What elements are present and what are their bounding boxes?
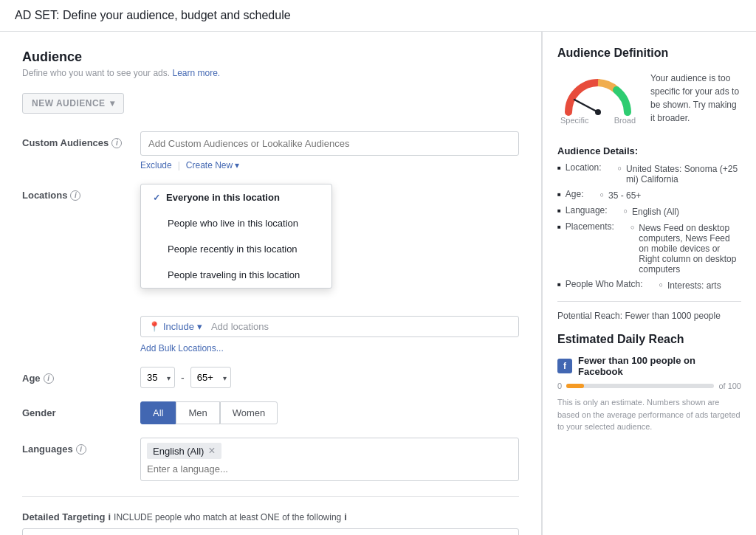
custom-audiences-info-icon[interactable]: i — [111, 138, 122, 148]
age-max-wrapper: 1821253035404550556065+ — [190, 367, 231, 388]
age-field: 1821253035404550556065 - 182125303540455… — [140, 367, 519, 388]
reach-bar-zero: 0 — [557, 382, 562, 390]
language-input-wrapper: English (All) × — [140, 438, 519, 481]
include-row: 📍 Include ▾ Add locations — [140, 316, 519, 337]
audience-details-list: Location: United States: Sonoma (+25 mi)… — [557, 162, 741, 292]
gauge-svg — [557, 72, 639, 120]
age-label: Age i — [22, 367, 140, 384]
right-panel: Audience Definition Speci — [542, 32, 756, 535]
exclude-link[interactable]: Exclude — [140, 160, 172, 170]
reach-note: This is only an estimate. Numbers shown … — [557, 396, 741, 433]
language-search-input[interactable] — [147, 462, 512, 476]
reach-bar-row: f Fewer than 100 people on Facebook — [557, 355, 741, 377]
header-title: Define your audience, budget and schedul… — [63, 9, 291, 21]
age-min-select[interactable]: 1821253035404550556065 — [140, 367, 175, 388]
reach-bar-background — [566, 384, 714, 388]
languages-info-icon[interactable]: i — [76, 444, 86, 455]
potential-reach: Potential Reach: Fewer than 1000 people — [557, 301, 741, 321]
gender-field: All Men Women — [140, 401, 519, 424]
header-prefix: AD SET: — [15, 9, 59, 21]
bulk-locations-link[interactable]: Add Bulk Locations... — [140, 343, 519, 353]
reach-label: Fewer than 100 people on Facebook — [578, 355, 741, 377]
dropdown-item-recently[interactable]: People recently in this location — [141, 236, 331, 262]
locations-row: Locations i Everyone in this location Pe… — [22, 184, 519, 353]
gender-label: Gender — [22, 401, 140, 418]
reach-bar-100: of 100 — [718, 382, 741, 390]
languages-label: Languages i — [22, 438, 140, 455]
svg-line-0 — [574, 100, 598, 112]
gauge-description: Your audience is too specific for your a… — [650, 72, 741, 125]
languages-row: Languages i English (All) × — [22, 438, 519, 481]
dropdown-item-traveling[interactable]: People traveling in this location — [141, 262, 331, 288]
audience-definition-title: Audience Definition — [557, 46, 741, 60]
gender-row: Gender All Men Women — [22, 401, 519, 424]
age-dash: - — [181, 372, 185, 384]
language-tag-english: English (All) × — [147, 443, 221, 459]
age-row: Age i 1821253035404550556065 - 182125303… — [22, 367, 519, 388]
detailed-targeting-title: Detailed Targeting i INCLUDE people who … — [22, 511, 519, 522]
detailed-targeting-section: Detailed Targeting i INCLUDE people who … — [22, 496, 519, 535]
gender-all-button[interactable]: All — [140, 401, 176, 424]
detail-location: Location: United States: Sonoma (+25 mi)… — [557, 162, 741, 186]
dropdown-item-live[interactable]: People who live in this location — [141, 210, 331, 236]
reach-bar-container: 0 of 100 — [557, 382, 741, 390]
svg-point-1 — [595, 109, 601, 115]
left-panel: Audience Define who you want to see your… — [0, 32, 542, 535]
reach-bar-fill — [566, 384, 584, 388]
custom-audiences-input[interactable] — [140, 131, 519, 156]
languages-field: English (All) × — [140, 438, 519, 481]
detail-age: Age: 35 - 65+ — [557, 189, 741, 202]
custom-audiences-row: Custom Audiences i Exclude | Create New … — [22, 131, 519, 170]
locations-info-icon[interactable]: i — [70, 190, 80, 201]
age-info-icon[interactable]: i — [44, 373, 54, 384]
audience-details-title: Audience Details: — [557, 145, 741, 156]
dropdown-item-everyone[interactable]: Everyone in this location — [141, 184, 331, 210]
pin-icon: 📍 — [148, 321, 160, 332]
gender-men-button[interactable]: Men — [176, 401, 219, 424]
language-remove-icon[interactable]: × — [208, 445, 215, 457]
add-locations-placeholder[interactable]: Add locations — [211, 321, 511, 332]
age-min-wrapper: 1821253035404550556065 — [140, 367, 175, 388]
learn-more-link[interactable]: Learn more. — [172, 68, 220, 78]
detailed-targeting-include-info-icon[interactable]: i — [344, 511, 347, 522]
detailed-targeting-info-icon[interactable]: i — [108, 511, 111, 522]
new-audience-button[interactable]: NEW AUDIENCE ▾ — [22, 93, 124, 114]
detail-placements: Placements: News Feed on desktop compute… — [557, 221, 741, 276]
detail-people-match: People Who Match: Interests: arts — [557, 279, 741, 292]
estimated-reach-title: Estimated Daily Reach — [557, 333, 741, 346]
detail-language: Language: English (All) — [557, 205, 741, 218]
gender-group: All Men Women — [140, 401, 519, 424]
audience-title: Audience — [22, 49, 519, 65]
gauge-chart: Specific Broad — [557, 72, 639, 134]
create-new-button[interactable]: Create New ▾ — [186, 160, 239, 170]
interests-row: Interests > Additional Interests — [22, 528, 519, 535]
audience-subtitle: Define who you want to see your ads. Lea… — [22, 68, 519, 78]
age-max-select[interactable]: 1821253035404550556065+ — [190, 367, 231, 388]
custom-audiences-field: Exclude | Create New ▾ — [140, 131, 519, 170]
include-button[interactable]: 📍 Include ▾ — [148, 321, 202, 332]
locations-label: Locations i — [22, 184, 140, 201]
gauge-container: Specific Broad Your audience is too spec… — [557, 72, 741, 134]
locations-field: Everyone in this location People who liv… — [140, 184, 519, 353]
gender-women-button[interactable]: Women — [220, 401, 278, 424]
custom-audiences-label: Custom Audiences i — [22, 131, 140, 148]
location-type-dropdown: Everyone in this location People who liv… — [140, 184, 332, 289]
facebook-icon: f — [557, 359, 572, 373]
page-header: AD SET: Define your audience, budget and… — [0, 0, 756, 32]
exclude-create-row: Exclude | Create New ▾ — [140, 160, 519, 170]
